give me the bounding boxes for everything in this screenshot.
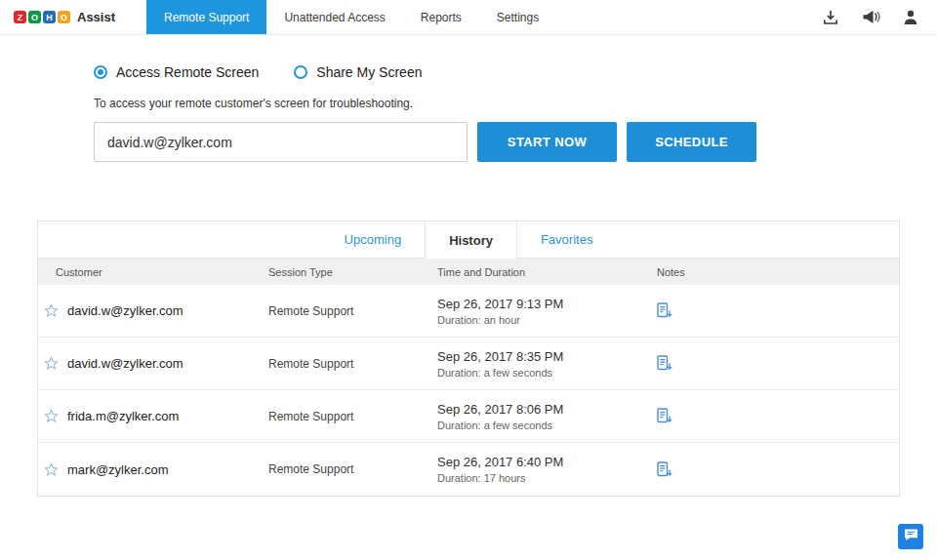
session-setup-section: Access Remote Screen Share My Screen To … bbox=[0, 35, 937, 162]
customer-email: mark@zylker.com bbox=[67, 462, 169, 477]
tab-upcoming[interactable]: Upcoming bbox=[321, 221, 426, 258]
session-time: Sep 26, 2017 8:06 PM bbox=[437, 402, 657, 417]
zoho-logo-letter: O bbox=[58, 11, 70, 23]
tab-favorites[interactable]: Favorites bbox=[517, 221, 616, 258]
session-time: Sep 26, 2017 9:13 PM bbox=[437, 297, 657, 311]
customer-email-input[interactable] bbox=[94, 122, 468, 162]
download-icon[interactable] bbox=[823, 10, 838, 25]
topbar-actions bbox=[823, 0, 937, 34]
schedule-button[interactable]: SCHEDULE bbox=[627, 122, 756, 162]
session-time: Sep 26, 2017 8:35 PM bbox=[437, 349, 657, 364]
zoho-logo-letter: H bbox=[43, 11, 56, 23]
zoho-logo-letter: O bbox=[28, 11, 41, 23]
notes-icon[interactable] bbox=[657, 461, 672, 478]
table-row: david.w@zylker.com Remote Support Sep 26… bbox=[38, 338, 899, 390]
zoho-assist-logo[interactable]: Z O H O Assist bbox=[0, 0, 125, 34]
favorite-star-icon[interactable] bbox=[44, 409, 59, 423]
favorite-star-icon[interactable] bbox=[44, 462, 59, 477]
table-row: frida.m@zylker.com Remote Support Sep 26… bbox=[38, 390, 899, 443]
table-row: mark@zylker.com Remote Support Sep 26, 2… bbox=[38, 443, 899, 496]
notes-icon[interactable] bbox=[657, 355, 672, 372]
sessions-card: Upcoming History Favorites Customer Sess… bbox=[37, 220, 900, 497]
notes-icon[interactable] bbox=[657, 408, 672, 424]
radio-share-my-screen[interactable]: Share My Screen bbox=[294, 64, 422, 80]
table-row: david.w@zylker.com Remote Support Sep 26… bbox=[38, 285, 899, 338]
session-description: To access your remote customer's screen … bbox=[94, 97, 937, 110]
chat-bubble-icon bbox=[904, 528, 918, 545]
start-session-form: START NOW SCHEDULE bbox=[94, 122, 937, 162]
chat-launcher-button[interactable] bbox=[898, 524, 923, 549]
session-duration: Duration: a few seconds bbox=[437, 420, 657, 431]
favorite-star-icon[interactable] bbox=[44, 303, 59, 318]
tab-unattended-access[interactable]: Unattended Access bbox=[266, 0, 402, 34]
radio-label: Access Remote Screen bbox=[116, 64, 259, 80]
tab-remote-support[interactable]: Remote Support bbox=[146, 0, 266, 34]
radio-label: Share My Screen bbox=[316, 64, 422, 80]
announcement-icon[interactable] bbox=[862, 10, 880, 24]
session-duration: Duration: an hour bbox=[437, 314, 657, 326]
favorite-star-icon[interactable] bbox=[44, 356, 59, 371]
zoho-logo-letter: Z bbox=[14, 11, 26, 23]
tab-reports[interactable]: Reports bbox=[403, 0, 479, 34]
main-nav-tabs: Remote Support Unattended Access Reports… bbox=[146, 0, 556, 34]
history-table-rows: david.w@zylker.com Remote Support Sep 26… bbox=[38, 285, 899, 496]
tab-history[interactable]: History bbox=[425, 221, 517, 259]
column-header-session-type: Session Type bbox=[268, 266, 437, 278]
radio-selected-icon bbox=[94, 65, 107, 79]
session-type: Remote Support bbox=[268, 304, 437, 318]
sessions-card-tabs: Upcoming History Favorites bbox=[38, 221, 899, 259]
session-duration: Duration: 17 hours bbox=[437, 472, 657, 484]
session-duration: Duration: a few seconds bbox=[437, 367, 657, 379]
radio-unselected-icon bbox=[294, 65, 307, 79]
session-type: Remote Support bbox=[268, 357, 437, 371]
customer-email: david.w@zylker.com bbox=[67, 356, 183, 371]
top-navigation-bar: Z O H O Assist Remote Support Unattended… bbox=[0, 0, 937, 35]
tab-settings[interactable]: Settings bbox=[479, 0, 556, 34]
session-type: Remote Support bbox=[268, 410, 437, 423]
notes-icon[interactable] bbox=[657, 302, 672, 319]
user-icon[interactable] bbox=[904, 10, 917, 24]
product-name: Assist bbox=[77, 10, 115, 24]
start-now-button[interactable]: START NOW bbox=[477, 122, 617, 162]
column-header-customer: Customer bbox=[38, 266, 268, 278]
radio-access-remote-screen[interactable]: Access Remote Screen bbox=[94, 64, 259, 80]
table-header-row: Customer Session Type Time and Duration … bbox=[38, 259, 899, 285]
customer-email: david.w@zylker.com bbox=[67, 303, 183, 318]
customer-email: frida.m@zylker.com bbox=[67, 409, 179, 423]
session-type: Remote Support bbox=[268, 462, 437, 476]
session-mode-options: Access Remote Screen Share My Screen bbox=[94, 64, 937, 80]
column-header-notes: Notes bbox=[657, 266, 899, 278]
session-time: Sep 26, 2017 6:40 PM bbox=[437, 455, 657, 469]
column-header-time-duration: Time and Duration bbox=[437, 266, 657, 278]
